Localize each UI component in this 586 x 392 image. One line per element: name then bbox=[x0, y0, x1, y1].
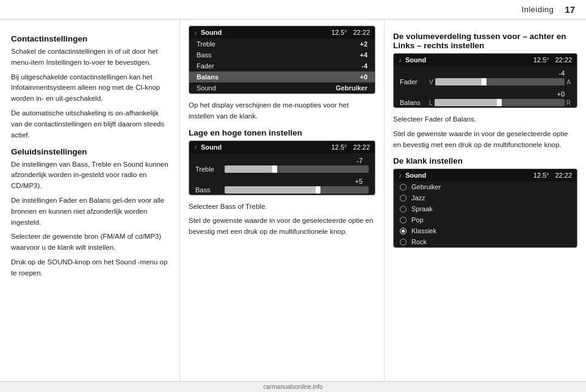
radio-option[interactable]: Pop bbox=[394, 214, 577, 225]
sound-degrees-1: 12.5° bbox=[331, 29, 347, 36]
row-value: +0 bbox=[360, 73, 367, 81]
mid-para3: Stel de gewenste waarde in voor de gesel… bbox=[189, 216, 375, 238]
row-label: Sound bbox=[197, 84, 216, 92]
section2-para3: Selecteer de gewenste bron (FM/AM of cd/… bbox=[11, 231, 170, 253]
left-column: Contactinstellingen Schakel de contactin… bbox=[0, 20, 180, 381]
radio-option[interactable]: Spraak bbox=[394, 203, 577, 214]
sound-display-3-header: ♪ Sound 12.5° 22:22 bbox=[394, 54, 577, 66]
row-label: Bass bbox=[197, 51, 211, 59]
sound-display-2: ♪ Sound 12.5° 22:22 -7 Treble +5 bbox=[189, 140, 375, 195]
footer-text: carmanualsonline.info bbox=[263, 383, 322, 390]
row-value: -4 bbox=[361, 62, 367, 70]
balans-thumb bbox=[497, 99, 502, 106]
radio-option[interactable]: Gebruiker bbox=[394, 181, 577, 192]
radio-list: GebruikerJazzSpraakPopKlassiekRock bbox=[394, 181, 577, 247]
radio-circle-icon bbox=[400, 239, 407, 245]
radio-option[interactable]: Jazz bbox=[394, 192, 577, 203]
section2-para1: De instellingen van Bass, Treble en Soun… bbox=[11, 159, 170, 192]
treble-value: -7 bbox=[195, 156, 369, 164]
balans-left-label: L bbox=[429, 100, 433, 106]
mid-para1: Op het display verschijnen de me-nuoptie… bbox=[189, 100, 375, 122]
sound-display-4: ♪ Sound 12.5° 22:22 GebruikerJazzSpraakP… bbox=[393, 169, 577, 248]
treble-label: Treble bbox=[195, 165, 225, 173]
bass-thumb bbox=[316, 186, 320, 194]
radio-label: Jazz bbox=[411, 194, 425, 201]
row-value: +4 bbox=[360, 51, 367, 59]
sound-row: SoundGebruiker bbox=[189, 82, 375, 93]
sound-time-1: 22:22 bbox=[353, 29, 370, 36]
balans-value: +0 bbox=[400, 89, 571, 98]
bass-slider: Bass bbox=[195, 186, 369, 194]
fader-left-label: V bbox=[429, 79, 433, 85]
page-number: 17 bbox=[565, 4, 575, 15]
music-icon-3: ♪ bbox=[399, 57, 402, 64]
mid-column: ♪ Sound 12.5° 22:22 Treble+2Bass+4Fader-… bbox=[180, 20, 385, 381]
fader-slider: Fader V A bbox=[400, 78, 571, 85]
fader-value: -4 bbox=[400, 68, 571, 77]
balans-right-label: R bbox=[566, 100, 571, 106]
fader-slider-row: -4 Fader V A bbox=[394, 66, 577, 87]
balans-slider: Balans L R bbox=[400, 99, 571, 106]
right-heading1: De volumeverdeling tussen voor – achter … bbox=[393, 32, 577, 50]
music-icon-4: ♪ bbox=[399, 172, 402, 179]
row-label: Balans bbox=[197, 73, 219, 81]
sound-time-3: 22:22 bbox=[555, 56, 572, 64]
fader-bar bbox=[435, 78, 565, 85]
section2-heading: Geluidsinstellingen bbox=[11, 147, 170, 156]
page-footer: carmanualsonline.info bbox=[0, 381, 586, 392]
fader-label: Fader bbox=[400, 78, 429, 85]
right-para2: Stel de gewenste waarde in voor de gesel… bbox=[393, 129, 577, 151]
sound-title-3: Sound bbox=[405, 56, 534, 64]
sound-display-1-header: ♪ Sound 12.5° 22:22 bbox=[189, 26, 375, 38]
page-header: Inleiding 17 bbox=[0, 0, 586, 20]
row-value: Gebruiker bbox=[336, 84, 367, 92]
fader-thumb bbox=[482, 78, 487, 85]
sound-title-4: Sound bbox=[405, 172, 534, 179]
bass-label: Bass bbox=[195, 186, 225, 194]
balans-fill bbox=[435, 99, 500, 106]
row-value: +2 bbox=[360, 40, 367, 48]
radio-label: Pop bbox=[411, 216, 424, 223]
radio-circle-icon bbox=[400, 228, 407, 234]
treble-bar bbox=[225, 165, 369, 173]
sound-degrees-3: 12.5° bbox=[534, 56, 549, 64]
sound-row: Fader-4 bbox=[189, 60, 375, 71]
radio-label: Gebruiker bbox=[411, 183, 441, 191]
treble-slider-row: -7 Treble bbox=[189, 153, 375, 174]
sound-box1-rows: Treble+2Bass+4Fader-4Balans+0SoundGebrui… bbox=[189, 38, 375, 93]
sound-title-2: Sound bbox=[201, 143, 331, 151]
right-para1: Selecteer Fader of Balans. bbox=[393, 114, 577, 125]
radio-option[interactable]: Klassiek bbox=[394, 225, 577, 236]
page-body: Contactinstellingen Schakel de contactin… bbox=[0, 20, 586, 381]
sound-display-3: ♪ Sound 12.5° 22:22 -4 Fader V A bbox=[393, 53, 577, 108]
mid-para2: Selecteer Bass of Treble. bbox=[189, 201, 375, 212]
sound-row: Balans+0 bbox=[189, 71, 375, 82]
treble-slider: Treble bbox=[195, 165, 369, 173]
section2-para2: De instellingen Fader en Balans gel-den … bbox=[11, 195, 170, 228]
sound-degrees-4: 12.5° bbox=[534, 172, 549, 179]
right-heading2: De klank instellen bbox=[393, 156, 577, 165]
bass-fill bbox=[225, 186, 318, 194]
section1-para1: Schakel de contactinstellingen in of uit… bbox=[11, 46, 170, 68]
balans-label: Balans bbox=[400, 99, 429, 106]
sound-row: Bass+4 bbox=[189, 49, 375, 60]
radio-circle-icon bbox=[400, 217, 407, 223]
balans-slider-row: +0 Balans L R bbox=[394, 87, 577, 107]
fader-right-label: A bbox=[566, 79, 571, 85]
radio-circle-icon bbox=[400, 184, 407, 191]
balans-bar bbox=[435, 99, 565, 106]
section1-para2: Bij uitgeschakelde contactinstellingen k… bbox=[11, 72, 170, 104]
sound-display-4-header: ♪ Sound 12.5° 22:22 bbox=[394, 169, 577, 181]
section2-para4: Druk op de SOUND-knop om het Sound -menu… bbox=[11, 257, 170, 279]
radio-circle-icon bbox=[400, 206, 407, 212]
sound-degrees-2: 12.5° bbox=[331, 143, 347, 151]
bass-bar bbox=[225, 186, 369, 194]
sound-time-2: 22:22 bbox=[353, 143, 370, 151]
section1-heading: Contactinstellingen bbox=[11, 34, 170, 43]
radio-label: Spraak bbox=[411, 205, 433, 212]
bass-slider-row: +5 Bass bbox=[189, 174, 375, 195]
section1-para3: De automatische uitschakeling is on-afha… bbox=[11, 108, 170, 140]
sound-display-2-header: ♪ Sound 12.5° 22:22 bbox=[189, 141, 375, 153]
radio-option[interactable]: Rock bbox=[394, 236, 577, 247]
fader-fill bbox=[435, 78, 485, 85]
